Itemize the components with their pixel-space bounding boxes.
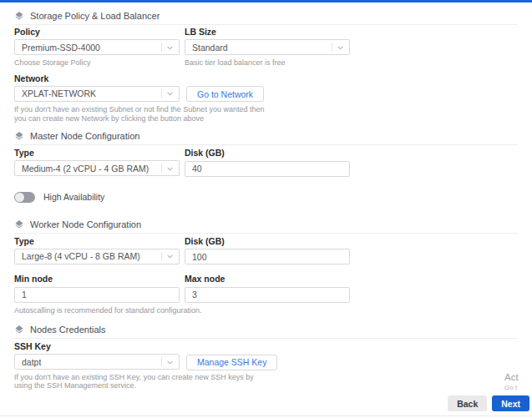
lb-size-select[interactable]: Standard (185, 39, 350, 55)
high-availability-row: High Availability (14, 192, 518, 203)
high-availability-label: High Availability (43, 192, 104, 202)
section-header-worker: Worker Node Configuration (14, 219, 518, 234)
chevron-down-icon (166, 161, 174, 176)
watermark-line2: Go t (504, 384, 519, 391)
policy-select[interactable]: Premium-SSD-4000 (14, 39, 180, 55)
select-suffix (161, 249, 174, 264)
section-title-master: Master Node Configuration (30, 131, 139, 141)
manage-ssh-key-button[interactable]: Manage SSH Key (186, 355, 277, 370)
worker-type-select-value: Large-8 (4 vCPU - 8 GB RAM) (22, 251, 140, 261)
section-header-credentials: Nodes Credentials (14, 325, 518, 339)
master-type-select-value: Medium-4 (2 vCPU - 4 GB RAM) (22, 164, 149, 174)
master-type-select[interactable]: Medium-4 (2 vCPU - 4 GB RAM) (14, 160, 180, 176)
max-node-input[interactable] (185, 287, 350, 303)
master-disk-field: Disk (GB) (185, 149, 350, 177)
select-separator (161, 357, 162, 366)
min-node-input[interactable] (14, 287, 180, 303)
network-row: Network XPLAT-NETWORK Go to Network (14, 74, 518, 103)
worker-disk-label: Disk (GB) (185, 237, 350, 246)
worker-disk-field: Disk (GB) (185, 237, 350, 265)
next-button[interactable]: Next (492, 395, 529, 411)
section-header-storage: Storage Policy & Load Balancer (14, 11, 518, 25)
storage-row: Policy Premium-SSD-4000 Choose Storage P… (14, 28, 518, 68)
chevron-down-icon (337, 40, 344, 55)
section-title-storage: Storage Policy & Load Balancer (30, 11, 160, 21)
chevron-down-icon (166, 86, 174, 101)
policy-helper: Choose Storage Policy (14, 58, 180, 68)
autoscaling-helper: Autoscalling is recommended for standard… (14, 306, 518, 315)
section-title-worker: Worker Node Configuration (30, 219, 141, 229)
activation-watermark: Act Go t (504, 372, 519, 391)
layers-icon (14, 219, 24, 229)
master-disk-input[interactable] (185, 161, 350, 177)
policy-label: Policy (14, 28, 180, 37)
toggle-knob (15, 193, 24, 202)
layers-icon (14, 131, 24, 141)
network-label: Network (14, 74, 180, 83)
wizard-footer: Back Next (448, 395, 529, 411)
network-helper: If you don't have an existing Subnet or … (14, 105, 269, 123)
master-type-label: Type (14, 149, 180, 158)
worker-disk-input[interactable] (185, 249, 350, 264)
ssh-key-helper: If you don't have an existing SSH Key, y… (14, 373, 269, 390)
chevron-down-icon (166, 249, 174, 264)
lb-size-select-value: Standard (192, 43, 228, 53)
worker-type-select[interactable]: Large-8 (4 vCPU - 8 GB RAM) (14, 249, 180, 264)
select-separator (161, 164, 162, 173)
section-title-credentials: Nodes Credentials (30, 325, 106, 335)
lb-size-helper: Basic tier load balancer is free (185, 58, 350, 68)
network-button-wrap: Go to Network (186, 86, 518, 103)
layers-icon (14, 325, 24, 335)
watermark-line1: Act (504, 372, 519, 383)
worker-row: Type Large-8 (4 vCPU - 8 GB RAM) Disk (G… (14, 237, 518, 265)
max-node-label: Max node (185, 274, 350, 284)
network-field: Network XPLAT-NETWORK (14, 74, 180, 102)
network-select-value: XPLAT-NETWORK (22, 88, 96, 98)
select-suffix (161, 161, 174, 176)
policy-field: Policy Premium-SSD-4000 Choose Storage P… (14, 28, 180, 68)
min-node-field: Min node (14, 274, 180, 303)
ssh-key-select-value: datpt (22, 357, 41, 367)
master-type-field: Type Medium-4 (2 vCPU - 4 GB RAM) (14, 149, 180, 177)
select-separator (161, 252, 162, 261)
lb-size-field: LB Size Standard Basic tier load balance… (185, 28, 350, 68)
go-to-network-button[interactable]: Go to Network (186, 86, 264, 102)
ssh-key-field: SSH Key datpt (14, 342, 180, 370)
policy-select-value: Premium-SSD-4000 (22, 43, 100, 53)
lb-size-label: LB Size (185, 28, 350, 37)
chevron-down-icon (166, 355, 174, 370)
select-suffix (161, 355, 174, 370)
master-disk-label: Disk (GB) (185, 149, 350, 158)
bottom-divider (0, 415, 532, 416)
chevron-down-icon (166, 40, 174, 55)
section-header-master: Master Node Configuration (14, 131, 518, 145)
network-select[interactable]: XPLAT-NETWORK (14, 86, 180, 102)
select-separator (332, 43, 332, 52)
top-accent-bar (0, 0, 532, 3)
select-suffix (161, 40, 174, 55)
back-button[interactable]: Back (448, 395, 487, 411)
select-suffix (161, 86, 174, 101)
layers-icon (14, 11, 24, 21)
max-node-field: Max node (185, 274, 350, 303)
ssh-key-row: SSH Key datpt Manage SSH Key (14, 342, 518, 370)
ssh-button-wrap: Manage SSH Key (186, 354, 518, 370)
form-content: Storage Policy & Load Balancer Policy Pr… (0, 11, 532, 390)
worker-type-label: Type (14, 237, 180, 246)
select-suffix (332, 40, 344, 55)
select-separator (161, 89, 162, 98)
high-availability-toggle[interactable] (14, 192, 35, 203)
worker-type-field: Type Large-8 (4 vCPU - 8 GB RAM) (14, 237, 180, 265)
min-node-label: Min node (14, 274, 180, 284)
ssh-key-select[interactable]: datpt (14, 354, 180, 370)
ssh-key-label: SSH Key (14, 342, 180, 351)
master-row: Type Medium-4 (2 vCPU - 4 GB RAM) Disk (… (14, 149, 518, 177)
min-max-row: Min node Max node (14, 274, 518, 303)
select-separator (161, 43, 162, 52)
